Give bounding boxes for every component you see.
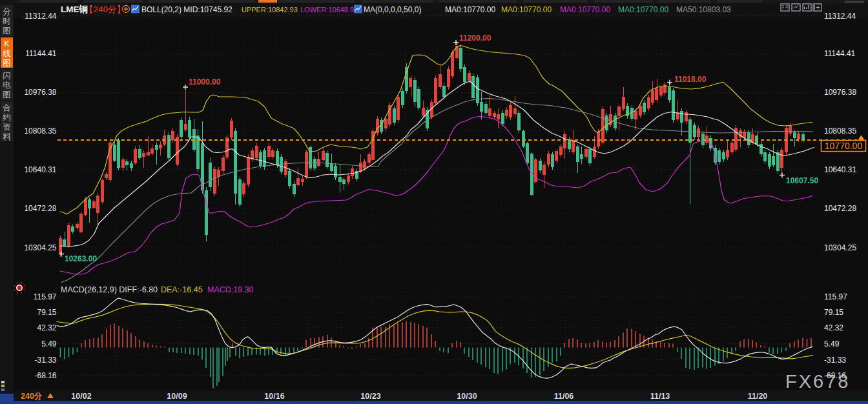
svg-text:79.15: 79.15 [824, 308, 843, 317]
svg-text:MACD(26,12,9) DIFF:-6.80: MACD(26,12,9) DIFF:-6.80 [61, 285, 158, 294]
svg-text:11/20: 11/20 [748, 392, 768, 401]
svg-text:BOLL(20,2) MID:10745.92: BOLL(20,2) MID:10745.92 [141, 5, 232, 14]
svg-text:10/30: 10/30 [457, 392, 477, 401]
svg-text:42.32: 42.32 [824, 323, 843, 332]
svg-text:11312.44: 11312.44 [824, 12, 856, 21]
svg-text:10472.28: 10472.28 [24, 204, 56, 213]
svg-text:10304.25: 10304.25 [24, 243, 56, 252]
svg-text:5.49: 5.49 [824, 339, 840, 348]
svg-text:240分: 240分 [21, 392, 43, 401]
svg-text:10808.35: 10808.35 [24, 126, 56, 136]
svg-text:闪: 闪 [3, 71, 11, 80]
svg-text:【240分】: 【240分】 [85, 5, 125, 14]
svg-text:MA0:10770.00: MA0:10770.00 [618, 5, 668, 14]
svg-text:11/06: 11/06 [554, 392, 574, 401]
svg-text:10770.00: 10770.00 [825, 141, 863, 151]
svg-text:10976.38: 10976.38 [24, 88, 56, 97]
svg-text:11144.41: 11144.41 [25, 49, 57, 58]
svg-text:5.49: 5.49 [41, 339, 57, 348]
svg-text:11018.00: 11018.00 [674, 75, 707, 84]
svg-text:MA0:10770.00: MA0:10770.00 [501, 5, 552, 14]
svg-text:MA0:10770.00: MA0:10770.00 [560, 5, 610, 14]
svg-text:11000.00: 11000.00 [189, 77, 221, 86]
svg-text:10607.50: 10607.50 [786, 176, 818, 185]
svg-text:10/02: 10/02 [71, 392, 91, 401]
svg-text:79.15: 79.15 [37, 308, 56, 317]
svg-text:-31.33: -31.33 [824, 356, 846, 365]
svg-text:10640.31: 10640.31 [24, 165, 56, 174]
svg-text:115.97: 115.97 [34, 292, 57, 301]
svg-text:线: 线 [3, 49, 11, 58]
svg-text:10/09: 10/09 [167, 392, 187, 401]
svg-text:UPPER:10842.93: UPPER:10842.93 [242, 6, 298, 14]
svg-text:LME铜: LME铜 [61, 5, 88, 14]
svg-text:10808.35: 10808.35 [824, 126, 856, 136]
svg-text:10/16: 10/16 [264, 392, 284, 401]
svg-text:图: 图 [3, 26, 11, 35]
svg-text:11144.41: 11144.41 [824, 49, 856, 58]
svg-text:DEA:-16.45: DEA:-16.45 [161, 285, 203, 294]
svg-text:图: 图 [3, 59, 11, 68]
svg-text:10640.31: 10640.31 [824, 165, 856, 174]
svg-text:时: 时 [3, 17, 11, 26]
svg-text:LOWER:10648.92: LOWER:10648.92 [300, 6, 358, 14]
svg-text:FX678: FX678 [785, 371, 850, 392]
svg-text:图: 图 [3, 90, 11, 99]
svg-text:115.97: 115.97 [824, 292, 847, 301]
svg-text:合: 合 [2, 103, 11, 112]
svg-text:K: K [4, 39, 10, 48]
svg-text:11312.44: 11312.44 [25, 12, 56, 21]
svg-text:MA50:10803.03: MA50:10803.03 [676, 5, 731, 14]
svg-text:11200.00: 11200.00 [459, 34, 491, 43]
svg-text:10976.38: 10976.38 [824, 88, 856, 97]
svg-text:约: 约 [3, 113, 11, 122]
svg-text:10/23: 10/23 [360, 392, 380, 401]
svg-text:料: 料 [3, 132, 11, 141]
svg-text:分: 分 [3, 7, 11, 16]
svg-text:10472.28: 10472.28 [824, 204, 856, 213]
svg-text:10263.00: 10263.00 [65, 254, 97, 263]
svg-text:MACD:19.30: MACD:19.30 [207, 285, 254, 294]
svg-text:资: 资 [3, 123, 11, 132]
svg-text:11/13: 11/13 [650, 392, 670, 401]
svg-text:-68.16: -68.16 [34, 371, 56, 380]
svg-text:MA0:10770.00: MA0:10770.00 [445, 5, 495, 14]
svg-text:-31.33: -31.33 [34, 356, 56, 365]
svg-text:MA(0,0,0,0,50,0): MA(0,0,0,0,50,0) [364, 5, 421, 14]
svg-text:42.32: 42.32 [37, 323, 56, 332]
svg-text:电: 电 [3, 81, 11, 90]
svg-text:10304.25: 10304.25 [824, 243, 856, 252]
